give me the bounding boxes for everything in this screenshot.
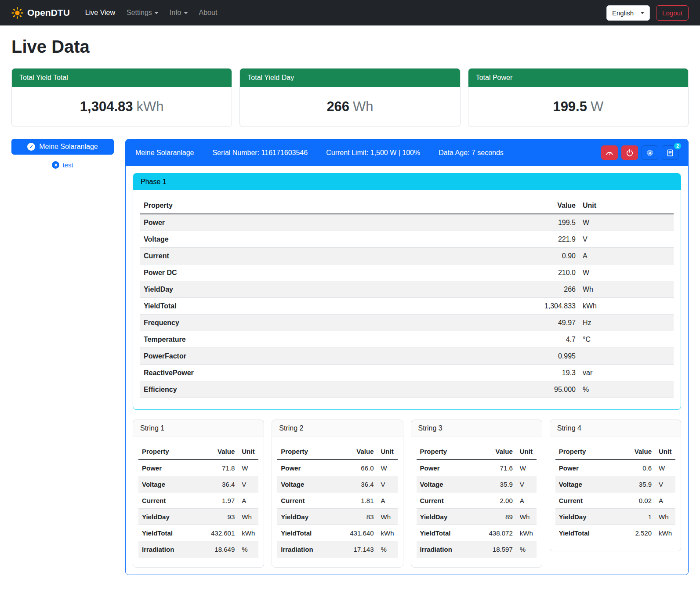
- string-table: Property Value Unit Power0.6WVoltage35.9…: [555, 443, 675, 541]
- table-row: Power71.8W: [138, 460, 258, 476]
- row-unit: %: [238, 541, 258, 557]
- table-row: Power66.0W: [277, 460, 397, 476]
- summary-cards: Total Yield Total 1,304.83kWh Total Yiel…: [11, 68, 689, 127]
- summary-card-value: 199.5: [553, 99, 587, 114]
- row-property: Irradiation: [277, 541, 343, 557]
- nav-item-label: About: [199, 9, 218, 17]
- table-row: Current0.90A: [140, 248, 674, 264]
- nav-item-about[interactable]: About: [193, 5, 223, 21]
- device-info-button[interactable]: [642, 145, 658, 160]
- language-value: English: [612, 9, 634, 17]
- row-unit: Wh: [579, 281, 674, 298]
- table-row: YieldTotal431.640kWh: [277, 525, 397, 541]
- table-row: YieldTotal438.072kWh: [417, 525, 537, 541]
- nav-item-info[interactable]: Info: [164, 5, 193, 21]
- row-value: 19.3: [520, 365, 579, 381]
- phase-card: Phase 1 Property Value Unit Power199.5WV…: [133, 173, 681, 410]
- row-value: 199.5: [520, 214, 579, 231]
- language-select[interactable]: English: [606, 5, 650, 21]
- nav-item-live-view[interactable]: Live View: [80, 5, 121, 21]
- row-property: Current: [417, 492, 482, 509]
- row-unit: Wh: [655, 509, 675, 525]
- row-value: 432.601: [204, 525, 238, 541]
- limit-settings-button[interactable]: [601, 145, 618, 160]
- row-property: Power: [138, 460, 204, 476]
- row-value: 438.072: [482, 525, 516, 541]
- row-unit: kWh: [238, 525, 258, 541]
- row-property: YieldTotal: [417, 525, 482, 541]
- summary-card-yield-day: Total Yield Day 266Wh: [239, 68, 460, 127]
- table-row: Power DC210.0W: [140, 264, 674, 281]
- row-property: Temperature: [140, 331, 520, 348]
- inverter-item-test[interactable]: × test: [11, 161, 114, 169]
- table-row: YieldDay1Wh: [555, 509, 675, 525]
- chevron-down-icon: [641, 12, 644, 14]
- sidebar: ✓ Meine Solaranlage × test: [11, 139, 114, 169]
- row-unit: Wh: [238, 509, 258, 525]
- phase-body: Property Value Unit Power199.5WVoltage22…: [133, 190, 681, 409]
- string-body: Property Value Unit Power66.0WVoltage36.…: [272, 437, 403, 567]
- row-property: Current: [140, 248, 520, 264]
- summary-card-unit: kWh: [137, 99, 164, 114]
- row-unit: kWh: [655, 525, 675, 541]
- row-property: YieldTotal: [140, 298, 520, 315]
- power-button[interactable]: [621, 145, 638, 160]
- table-row: YieldTotal1,304.833kWh: [140, 298, 674, 315]
- column-value: Value: [621, 443, 655, 460]
- row-unit: %: [377, 541, 398, 557]
- event-log-button[interactable]: 2: [662, 145, 678, 160]
- brand-link[interactable]: OpenDTU: [11, 7, 70, 19]
- column-property: Property: [140, 197, 520, 214]
- row-value: 210.0: [520, 264, 579, 281]
- row-property: YieldTotal: [555, 525, 621, 541]
- row-unit: A: [377, 492, 398, 509]
- row-unit: V: [377, 476, 398, 492]
- column-property: Property: [277, 443, 343, 460]
- summary-card-body: 1,304.83kWh: [12, 87, 232, 127]
- row-value: 1: [621, 509, 655, 525]
- row-value: 35.9: [621, 476, 655, 492]
- row-value: 36.4: [343, 476, 377, 492]
- row-value: 0.90: [520, 248, 579, 264]
- navbar-right: English Logout: [606, 5, 689, 21]
- row-property: Voltage: [417, 476, 482, 492]
- inverter-select-button[interactable]: ✓ Meine Solaranlage: [11, 139, 114, 155]
- content-layout: ✓ Meine Solaranlage × test Meine Solaran…: [11, 139, 689, 575]
- string-card-3: String 3 Property Value Unit: [411, 420, 542, 568]
- inverter-body: Phase 1 Property Value Unit Power199.5WV…: [126, 166, 688, 575]
- table-row: YieldDay89Wh: [417, 509, 537, 525]
- row-property: Power: [417, 460, 482, 476]
- table-row: Power71.6W: [417, 460, 537, 476]
- event-count-badge: 2: [674, 143, 681, 149]
- string-title: String 2: [272, 420, 403, 437]
- table-row: PowerFactor0.995: [140, 348, 674, 365]
- nav-item-label: Info: [170, 9, 181, 17]
- row-value: 0.6: [621, 460, 655, 476]
- row-unit: W: [579, 214, 674, 231]
- phase-title: Phase 1: [133, 174, 681, 190]
- nav-item-settings[interactable]: Settings: [121, 5, 164, 21]
- row-unit: kWh: [579, 298, 674, 315]
- speedometer-icon: [606, 149, 613, 157]
- table-header-row: Property Value Unit: [417, 443, 537, 460]
- string-body: Property Value Unit Power0.6WVoltage35.9…: [550, 437, 681, 551]
- table-row: Current0.02A: [555, 492, 675, 509]
- table-row: Voltage35.9V: [555, 476, 675, 492]
- string-body: Property Value Unit Power71.8WVoltage36.…: [133, 437, 264, 567]
- table-row: Frequency49.97Hz: [140, 315, 674, 331]
- row-unit: W: [516, 460, 537, 476]
- row-value: 2.00: [482, 492, 516, 509]
- row-unit: %: [516, 541, 537, 557]
- string-title: String 1: [133, 420, 264, 437]
- summary-card-title: Total Yield Day: [240, 69, 460, 87]
- row-unit: A: [579, 248, 674, 264]
- row-unit: A: [516, 492, 537, 509]
- string-table: Property Value Unit Power71.6WVoltage35.…: [417, 443, 537, 557]
- row-value: 35.9: [482, 476, 516, 492]
- row-value: 36.4: [204, 476, 238, 492]
- x-circle-icon: ×: [52, 161, 59, 169]
- string-table: Property Value Unit Power66.0WVoltage36.…: [277, 443, 397, 557]
- logout-button[interactable]: Logout: [656, 5, 689, 21]
- column-value: Value: [482, 443, 516, 460]
- column-unit: Unit: [516, 443, 537, 460]
